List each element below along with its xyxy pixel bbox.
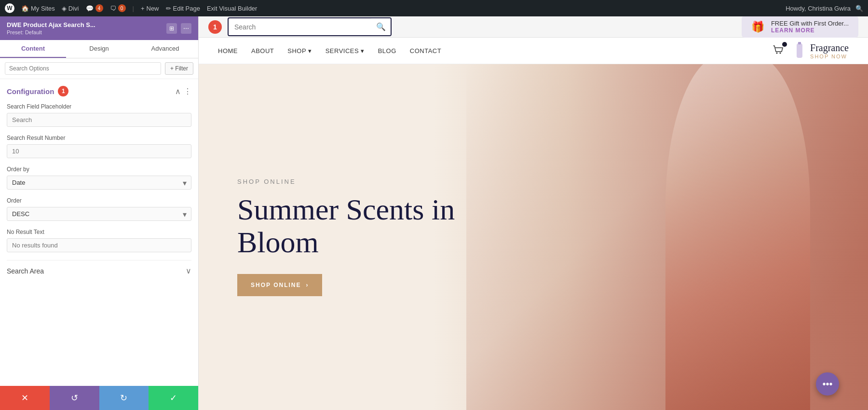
wp-logo-icon[interactable]: W	[5, 3, 14, 13]
search-area-header[interactable]: Search Area ∨	[7, 260, 191, 281]
configuration-badge: 1	[58, 86, 68, 96]
order-select[interactable]: DESC ASC	[7, 207, 191, 221]
order-by-field-group: Order by Date Title Price Popularity	[7, 166, 191, 190]
no-result-label: No Result Text	[7, 229, 191, 235]
hero-section: SHOP ONLINE Summer Scents in Bloom SHOP …	[199, 64, 868, 410]
no-result-field-group: No Result Text	[7, 229, 191, 252]
search-badge: 1	[208, 20, 222, 34]
nav-right: Fragrance SHOP NOW	[772, 41, 849, 60]
exit-builder-link[interactable]: Exit Visual Builder	[207, 5, 258, 12]
panel-preset[interactable]: Preset: Default	[7, 29, 95, 35]
site-search-input[interactable]	[229, 19, 371, 35]
site-search-wrap: 1 🔍	[208, 17, 392, 36]
no-result-input[interactable]	[7, 238, 191, 252]
site-topbar: 1 🔍 🎁 FREE Gift with First Order... LEAR…	[199, 16, 868, 38]
svg-rect-2	[797, 43, 802, 58]
panel-pin-icon[interactable]: ⊞	[166, 23, 177, 34]
svg-rect-3	[798, 42, 801, 44]
nav-item-contact[interactable]: CONTACT	[410, 47, 441, 55]
hero-bottle-art	[665, 64, 810, 410]
site-promo-banner: 🎁 FREE Gift with First Order... LEARN MO…	[742, 16, 858, 38]
comments-link[interactable]: 💬 4	[86, 4, 103, 12]
configuration-section-header: Configuration 1 ∧ ⋮	[7, 86, 191, 96]
order-label: Order	[7, 197, 191, 204]
nav-item-services[interactable]: SERVICES ▾	[326, 47, 365, 55]
hero-title: Summer Scents in Bloom	[237, 193, 488, 259]
search-options-bar: + Filter	[0, 58, 198, 79]
placeholder-label: Search Field Placeholder	[7, 103, 191, 110]
perfume-bottle-icon	[793, 41, 806, 60]
right-area: 1 🔍 🎁 FREE Gift with First Order... LEAR…	[199, 16, 868, 410]
tab-design[interactable]: Design	[66, 40, 132, 58]
bottle-background	[665, 64, 810, 410]
order-by-select[interactable]: Date Title Price Popularity	[7, 176, 191, 190]
configuration-collapse-icon[interactable]: ∧	[175, 87, 181, 96]
panel-content: Configuration 1 ∧ ⋮ Search Field Placeho…	[0, 79, 198, 386]
admin-bar: W 🏠 My Sites ◈ Divi 💬 4 🗨 0 | + New ✏ Ed…	[0, 0, 868, 16]
new-link[interactable]: + New	[141, 5, 159, 12]
panel-title: DWE Product Ajax Search S...	[7, 21, 95, 28]
svg-point-1	[780, 53, 781, 54]
cart-notification-dot	[782, 42, 787, 47]
redo-button[interactable]: ↻	[99, 386, 149, 410]
search-area-chevron-icon[interactable]: ∨	[186, 266, 191, 275]
site-search-icon[interactable]: 🔍	[371, 18, 391, 35]
search-options-input[interactable]	[5, 62, 161, 75]
panel-tabs: Content Design Advanced	[0, 40, 198, 58]
cart-icon-wrap[interactable]	[772, 43, 785, 58]
nav-item-home[interactable]: HOME	[218, 47, 238, 55]
filter-button[interactable]: + Filter	[165, 62, 193, 75]
placeholder-field-group: Search Field Placeholder	[7, 103, 191, 127]
result-number-field-group: Search Result Number	[7, 135, 191, 158]
result-number-label: Search Result Number	[7, 135, 191, 141]
confirm-button[interactable]: ✓	[149, 386, 198, 410]
fragrance-shop-now-link[interactable]: SHOP NOW	[810, 54, 849, 59]
search-area-label: Search Area	[7, 267, 44, 275]
promo-gift-icon: 🎁	[751, 21, 764, 33]
site-nav: HOME ABOUT SHOP ▾ SERVICES ▾ BLOG CONTAC…	[199, 38, 868, 64]
hero-subtitle: SHOP ONLINE	[237, 178, 488, 185]
nav-item-about[interactable]: ABOUT	[251, 47, 274, 55]
undo-button[interactable]: ↺	[50, 386, 99, 410]
floating-action-button[interactable]: •••	[816, 372, 839, 396]
edit-page-link[interactable]: ✏ Edit Page	[166, 5, 200, 12]
site-search-box: 🔍	[228, 17, 392, 36]
admin-search-icon[interactable]: 🔍	[855, 5, 863, 12]
my-sites-link[interactable]: 🏠 My Sites	[21, 5, 55, 12]
configuration-more-icon[interactable]: ⋮	[184, 87, 191, 96]
promo-link[interactable]: LEARN MORE	[771, 27, 849, 34]
nav-item-shop[interactable]: SHOP ▾	[287, 47, 312, 55]
placeholder-input[interactable]	[7, 113, 191, 127]
configuration-title: Configuration 1	[7, 86, 68, 96]
nav-item-blog[interactable]: BLOG	[378, 47, 396, 55]
user-greeting: Howdy, Christina Gwira	[786, 5, 851, 12]
fragrance-promo: Fragrance SHOP NOW	[793, 41, 849, 60]
panel-header: DWE Product Ajax Search S... Preset: Def…	[0, 16, 198, 40]
panel-actions: ✕ ↺ ↻ ✓	[0, 386, 198, 410]
tab-content[interactable]: Content	[0, 40, 66, 58]
order-by-label: Order by	[7, 166, 191, 173]
order-field-group: Order DESC ASC	[7, 197, 191, 221]
tab-advanced[interactable]: Advanced	[132, 40, 198, 58]
left-panel: DWE Product Ajax Search S... Preset: Def…	[0, 16, 199, 410]
result-number-input[interactable]	[7, 144, 191, 158]
svg-point-0	[776, 53, 778, 54]
hero-shop-button[interactable]: SHOP ONLINE ›	[237, 274, 322, 296]
fragrance-brand-text: Fragrance	[810, 42, 849, 54]
hero-content: SHOP ONLINE Summer Scents in Bloom SHOP …	[199, 149, 527, 325]
panel-more-icon[interactable]: ⋯	[181, 23, 191, 34]
divi-link[interactable]: ◈ Divi	[62, 5, 79, 12]
new-comment-link[interactable]: 🗨 0	[110, 4, 126, 12]
nav-links: HOME ABOUT SHOP ▾ SERVICES ▾ BLOG CONTAC…	[218, 47, 441, 55]
promo-text: FREE Gift with First Order...	[771, 20, 849, 27]
cancel-button[interactable]: ✕	[0, 386, 50, 410]
